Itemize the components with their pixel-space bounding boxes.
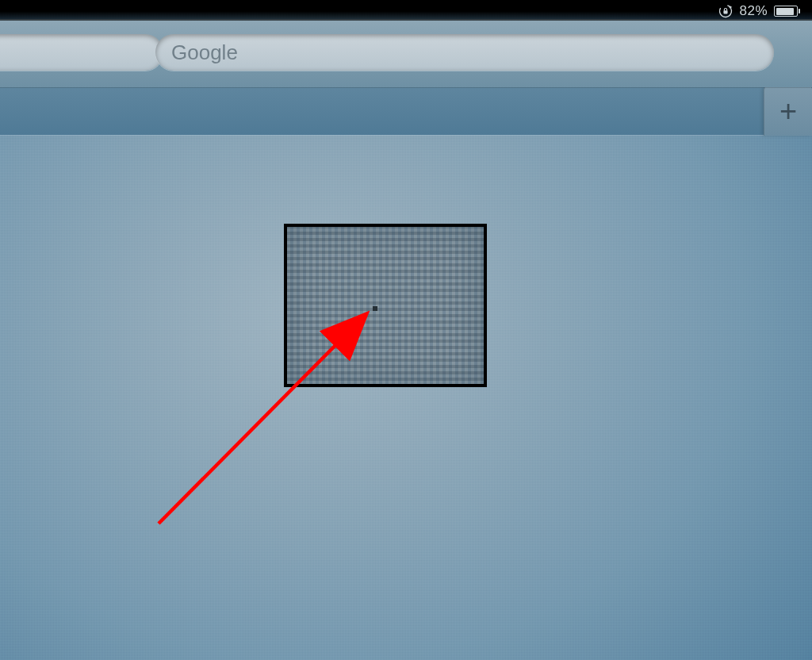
orientation-lock-icon xyxy=(718,4,733,18)
battery-percent: 82% xyxy=(739,3,768,19)
new-tab-button[interactable]: + xyxy=(764,86,812,136)
search-field[interactable]: Google xyxy=(155,34,774,71)
browser-toolbar: Google xyxy=(0,19,812,87)
search-placeholder: Google xyxy=(171,40,238,65)
address-field[interactable] xyxy=(0,34,163,71)
plus-icon: + xyxy=(779,94,797,129)
device-screen: 82% Google + xyxy=(0,0,812,660)
tab-bar: + xyxy=(0,86,812,135)
dead-pixel xyxy=(373,309,374,310)
status-bar: 82% xyxy=(718,2,798,20)
battery-icon xyxy=(774,6,798,17)
page-content[interactable] xyxy=(0,135,812,660)
svg-rect-2 xyxy=(724,10,728,13)
bezel-top xyxy=(0,0,812,21)
